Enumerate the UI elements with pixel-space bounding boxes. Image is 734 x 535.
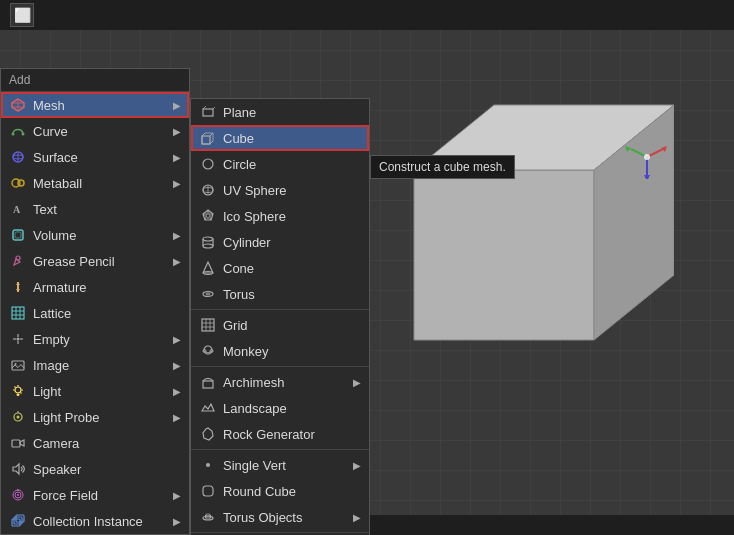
svg-point-33 [17,338,20,341]
force-field-icon [9,486,27,504]
ico-sphere-icon [199,207,217,225]
svg-line-46 [21,393,22,394]
collection-icon [9,512,27,530]
svg-point-24 [16,256,20,260]
menu-item-surface[interactable]: Surface ▶ [1,144,189,170]
menu-item-metaball-label: Metaball [33,176,169,191]
svg-rect-47 [17,394,20,396]
svg-point-97 [206,463,210,467]
menu-item-volume-label: Volume [33,228,169,243]
round-cube-label: Round Cube [223,484,361,499]
svg-point-85 [203,292,213,297]
cube-icon [199,129,217,147]
rock-generator-label: Rock Generator [223,427,361,442]
single-vert-arrow: ▶ [353,460,361,471]
submenu-item-ico-sphere[interactable]: Ico Sphere [191,203,369,229]
svg-line-67 [210,133,213,136]
menu-item-volume[interactable]: Volume ▶ [1,222,189,248]
svg-point-6 [644,154,650,160]
menu-item-collection-instance[interactable]: Collection Instance ▶ [1,508,189,534]
menu-item-armature-label: Armature [33,280,181,295]
svg-rect-87 [202,319,214,331]
submenu-item-single-vert[interactable]: Single Vert ▶ [191,452,369,478]
submenu-item-rock-generator[interactable]: Rock Generator [191,421,369,447]
cube-3d [364,50,674,370]
text-icon: A [9,200,27,218]
grid-icon [199,316,217,334]
submenu-item-cone[interactable]: Cone [191,255,369,281]
menu-item-lattice[interactable]: Lattice [1,300,189,326]
submenu-item-archimesh[interactable]: Archimesh ▶ [191,369,369,395]
svg-rect-95 [203,381,213,388]
cone-icon [199,259,217,277]
image-icon [9,356,27,374]
svg-marker-8 [625,146,631,152]
svg-marker-53 [13,464,19,474]
menu-item-camera[interactable]: Camera [1,430,189,456]
menu-item-curve[interactable]: Curve ▶ [1,118,189,144]
svg-point-82 [203,244,213,248]
submenu-item-uv-sphere[interactable]: UV Sphere [191,177,369,203]
svg-point-49 [17,416,20,419]
submenu-item-torus[interactable]: Torus [191,281,369,307]
submenu-item-landscape[interactable]: Landscape [191,395,369,421]
uv-sphere-label: UV Sphere [223,183,361,198]
menu-item-speaker[interactable]: Speaker [1,456,189,482]
submenu-item-plane[interactable]: Plane [191,99,369,125]
curve-icon [9,122,27,140]
menu-item-image[interactable]: Image ▶ [1,352,189,378]
grease-pencil-icon [9,252,27,270]
submenu-item-round-cube[interactable]: Round Cube [191,478,369,504]
lattice-icon [9,304,27,322]
armature-icon [9,278,27,296]
svg-rect-61 [203,109,213,116]
svg-point-56 [17,494,19,496]
menu-item-light-probe-label: Light Probe [33,410,169,425]
submenu-item-grid[interactable]: Grid [191,312,369,338]
menu-item-speaker-label: Speaker [33,462,181,477]
svg-point-79 [203,237,213,241]
menu-item-curve-label: Curve [33,124,169,139]
menu-item-armature[interactable]: Armature [1,274,189,300]
menu-item-grease-pencil-label: Grease Pencil [33,254,169,269]
collection-instance-arrow: ▶ [173,516,181,527]
menu-item-force-field[interactable]: Force Field ▶ [1,482,189,508]
uv-sphere-icon [199,181,217,199]
light-probe-arrow: ▶ [173,412,181,423]
menu-item-empty[interactable]: Empty ▶ [1,326,189,352]
speaker-icon [9,460,27,478]
plane-label: Plane [223,105,361,120]
submenu-divider-1 [191,309,369,310]
menu-item-light[interactable]: Light ▶ [1,378,189,404]
submenu-item-circle[interactable]: Circle [191,151,369,177]
camera-icon [9,434,27,452]
torus-icon [199,285,217,303]
force-field-arrow: ▶ [173,490,181,501]
volume-icon [9,226,27,244]
menu-item-light-probe[interactable]: Light Probe ▶ [1,404,189,430]
archimesh-arrow: ▶ [353,377,361,388]
empty-arrow: ▶ [173,334,181,345]
submenu-divider-2 [191,366,369,367]
submenu-item-cube[interactable]: Cube [191,125,369,151]
tooltip-text: Construct a cube mesh. [379,160,506,174]
submenu-item-torus-objects[interactable]: Torus Objects ▶ [191,504,369,530]
svg-point-103 [206,514,211,516]
rock-icon [199,425,217,443]
svg-point-20 [18,180,24,186]
submenu-item-monkey[interactable]: Monkey [191,338,369,364]
menu-item-metaball[interactable]: Metaball ▶ [1,170,189,196]
svg-point-99 [203,516,213,520]
menu-item-grease-pencil[interactable]: Grease Pencil ▶ [1,248,189,274]
menu-item-text[interactable]: A Text [1,196,189,222]
svg-marker-27 [16,289,20,292]
svg-rect-98 [203,486,213,496]
landscape-icon [199,399,217,417]
add-menu-header: Add [1,69,189,92]
surface-arrow: ▶ [173,152,181,163]
menu-item-empty-label: Empty [33,332,169,347]
submenu-item-cylinder[interactable]: Cylinder [191,229,369,255]
light-arrow: ▶ [173,386,181,397]
svg-rect-59 [14,517,22,524]
menu-item-mesh[interactable]: Mesh ▶ [1,92,189,118]
